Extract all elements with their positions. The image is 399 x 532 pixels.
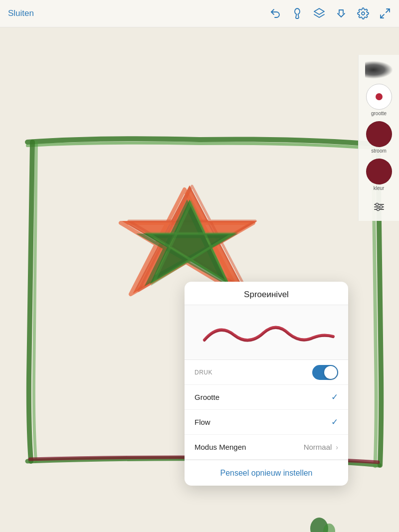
druk-row: DRUK [185,360,348,385]
size-dot [376,93,383,100]
flow-row[interactable]: Flow ✓ [185,410,348,435]
druk-toggle[interactable] [312,365,338,380]
sproeинivel-popup: Sproeинivel DRUK Grootte ✓ [185,282,348,486]
reset-button[interactable]: Penseel opnieuw instellen [185,460,348,486]
toggle-knob [324,366,337,379]
stream-label: stroom [371,148,387,154]
svg-point-12 [377,208,379,211]
close-button[interactable]: Sluiten [8,8,34,18]
brush-preview-image[interactable] [364,60,394,80]
adjust-icon[interactable] [366,198,392,216]
size-label: grootte [371,111,387,116]
reset-label: Penseel opnieuw instellen [220,469,312,478]
canvas-area[interactable]: grootte stroom kleur Sproeинivel [0,27,399,532]
toolbar: Sluiten [0,0,399,27]
settings-icon[interactable] [357,7,369,19]
grootte-checkmark: ✓ [331,392,338,402]
svg-marker-0 [314,8,324,14]
modus-chevron: › [336,443,338,451]
svg-point-11 [380,206,382,208]
modus-value: Normaal [304,443,332,451]
svg-point-10 [376,203,378,206]
flow-checkmark: ✓ [331,417,338,427]
share-icon[interactable] [335,7,347,19]
brush-icon[interactable] [291,7,303,19]
svg-line-3 [381,14,384,18]
modus-label: Modus Mengen [195,443,246,451]
flow-label: Flow [195,418,210,426]
grootte-row[interactable]: Grootte ✓ [185,385,348,410]
layers-icon[interactable] [313,7,325,19]
popup-preview [185,305,348,360]
grootte-label: Grootte [195,393,219,401]
undo-icon[interactable] [269,7,281,19]
color-swatch[interactable] [366,159,392,184]
modus-row[interactable]: Modus Mengen Normaal › [185,435,348,460]
svg-point-1 [362,12,365,15]
color-label: kleur [374,185,385,191]
svg-line-2 [386,9,390,12]
popup-title: Sproeинivel [185,282,348,305]
druk-label: DRUK [195,369,212,376]
stream-swatch[interactable] [366,121,392,147]
brush-panel: grootte stroom kleur [358,55,399,221]
expand-icon[interactable] [379,7,391,19]
size-swatch[interactable] [366,84,392,110]
